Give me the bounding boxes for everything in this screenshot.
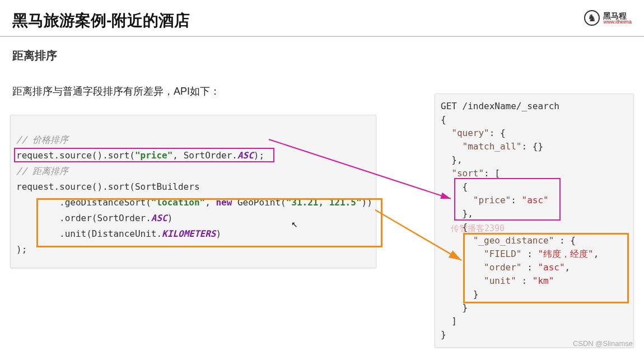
code-line: { bbox=[441, 113, 628, 127]
logo-cn: 黑马程 bbox=[603, 12, 632, 20]
code-line: GET /indexName/_search bbox=[441, 100, 628, 113]
code-line: "query": { bbox=[441, 127, 628, 140]
code-line: }, bbox=[441, 153, 628, 167]
watermark: 传智播客2390 bbox=[451, 222, 505, 235]
code-line: "unit" : "km" bbox=[441, 274, 628, 288]
code-line: } bbox=[441, 301, 628, 315]
code-line: }, bbox=[441, 207, 628, 221]
code-line: .order(SortOrder.ASC) bbox=[16, 210, 370, 226]
code-line: "_geo_distance" : { bbox=[441, 234, 628, 247]
code-line: ] bbox=[441, 315, 628, 328]
java-code-block: // 价格排序 request.source().sort("price", S… bbox=[10, 115, 376, 268]
content-area: // 价格排序 request.source().sort("price", S… bbox=[0, 98, 644, 268]
section-desc: 距离排序与普通字段排序有所差异，API如下： bbox=[0, 63, 644, 98]
code-line: request.source().sort("price", SortOrder… bbox=[16, 148, 370, 163]
code-line: .geoDistanceSort("location", new GeoPoin… bbox=[16, 195, 370, 210]
page-title: 黑马旅游案例-附近的酒店 bbox=[12, 10, 190, 31]
logo-url: www.itheima bbox=[603, 20, 632, 25]
code-line: "sort": [ bbox=[441, 167, 628, 180]
code-line: "price": "asc" bbox=[441, 194, 628, 207]
section-heading: 距离排序 bbox=[0, 37, 644, 63]
csdn-watermark: CSDN @Slinamse bbox=[573, 339, 633, 348]
code-line: .unit(DistanceUnit.KILOMETERS) bbox=[16, 226, 370, 242]
code-line: "order" : "asc", bbox=[441, 261, 628, 274]
code-line: } bbox=[441, 288, 628, 301]
code-line: request.source().sort(SortBuilders bbox=[16, 179, 370, 195]
json-code-block: GET /indexName/_search { "query": { "mat… bbox=[435, 93, 634, 348]
cursor-icon: ↖ bbox=[291, 220, 298, 229]
code-line: ); bbox=[16, 242, 370, 258]
code-line: "match_all": {} bbox=[441, 140, 628, 153]
brand-logo: ♞ 黑马程 www.itheima bbox=[584, 10, 632, 26]
horse-icon: ♞ bbox=[584, 10, 600, 26]
code-line: "FIELD" : "纬度，经度", bbox=[441, 247, 628, 261]
code-line: { bbox=[441, 180, 628, 194]
code-comment: // 价格排序 bbox=[16, 132, 370, 148]
code-comment: // 距离排序 bbox=[16, 163, 370, 179]
